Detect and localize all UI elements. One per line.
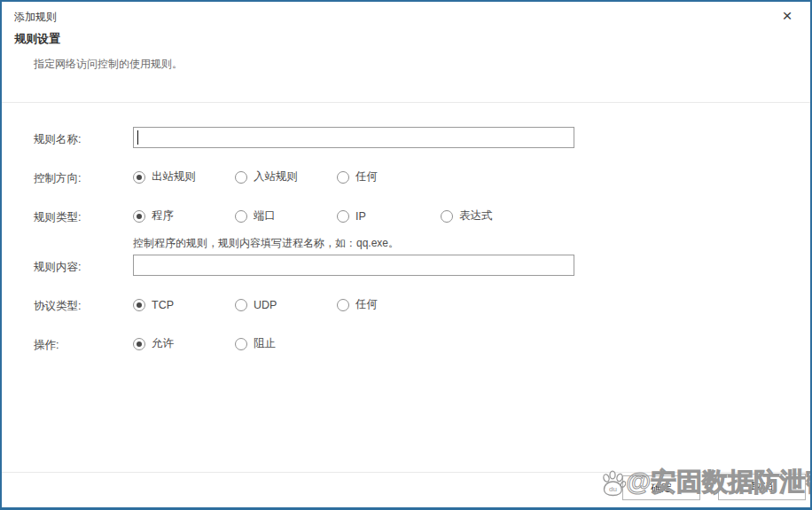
radio-type-port[interactable]: 端口 (235, 208, 337, 224)
radio-icon (133, 171, 145, 184)
radio-icon (133, 210, 145, 223)
close-icon[interactable]: × (777, 5, 798, 27)
radio-icon (235, 338, 247, 350)
radio-icon (133, 338, 145, 350)
radio-label: 表达式 (459, 208, 493, 224)
radio-icon (337, 299, 349, 311)
protocol-radio-group: TCP UDP 任何 (133, 297, 439, 312)
radio-icon (337, 171, 349, 184)
direction-label: 控制方向: (34, 171, 81, 186)
action-radio-group: 允许 阻止 (133, 336, 337, 351)
cancel-button[interactable]: 取消 (718, 474, 806, 500)
radio-action-block[interactable]: 阻止 (235, 336, 337, 351)
radio-type-expression[interactable]: 表达式 (441, 208, 543, 224)
radio-type-program[interactable]: 程序 (133, 208, 235, 224)
baidu-paw-du-text: du (609, 485, 617, 493)
section-heading: 规则设置 (14, 31, 60, 47)
rule-type-hint: 控制程序的规则，规则内容填写进程名称，如：qq.exe。 (133, 236, 399, 251)
divider (2, 472, 810, 473)
rule-type-label: 规则类型: (34, 210, 81, 225)
radio-protocol-udp[interactable]: UDP (235, 297, 337, 312)
radio-protocol-tcp[interactable]: TCP (133, 297, 235, 312)
radio-label: 任何 (355, 169, 378, 184)
radio-icon (133, 299, 145, 311)
radio-label: UDP (254, 299, 277, 311)
rule-name-input[interactable] (133, 127, 574, 148)
radio-label: 入站规则 (254, 169, 298, 184)
rule-name-field-wrap (133, 127, 574, 148)
action-label: 操作: (34, 338, 59, 353)
rule-content-field-wrap (133, 255, 574, 276)
radio-icon (441, 210, 453, 223)
radio-action-allow[interactable]: 允许 (133, 336, 235, 351)
rule-content-input[interactable] (133, 255, 574, 276)
radio-icon (235, 299, 247, 311)
ok-button[interactable]: 确定 (622, 475, 700, 500)
radio-direction-outbound[interactable]: 出站规则 (133, 169, 235, 184)
radio-label: 端口 (254, 208, 276, 224)
radio-type-ip[interactable]: IP (337, 208, 441, 224)
radio-icon (235, 171, 247, 184)
divider (2, 102, 810, 103)
rule-type-radio-group: 程序 端口 IP 表达式 (133, 208, 543, 224)
rule-name-label: 规则名称: (34, 132, 81, 147)
direction-radio-group: 出站规则 入站规则 任何 (133, 169, 439, 184)
radio-protocol-any[interactable]: 任何 (337, 297, 439, 312)
rule-content-label: 规则内容: (34, 260, 81, 275)
radio-direction-inbound[interactable]: 入站规则 (235, 169, 337, 184)
radio-label: 允许 (152, 336, 174, 351)
radio-label: 出站规则 (152, 169, 196, 184)
radio-label: IP (355, 210, 366, 223)
add-rule-dialog: 添加规则 × 规则设置 指定网络访问控制的使用规则。 规则名称: 控制方向: 出… (0, 0, 812, 510)
radio-icon (337, 210, 349, 223)
radio-icon (235, 210, 247, 223)
radio-direction-any[interactable]: 任何 (337, 169, 439, 184)
radio-label: TCP (152, 299, 174, 311)
section-description: 指定网络访问控制的使用规则。 (34, 57, 183, 72)
radio-label: 程序 (152, 208, 174, 224)
radio-label: 任何 (355, 297, 378, 312)
radio-label: 阻止 (254, 336, 276, 351)
protocol-label: 协议类型: (34, 299, 81, 314)
dialog-title: 添加规则 (14, 10, 57, 25)
